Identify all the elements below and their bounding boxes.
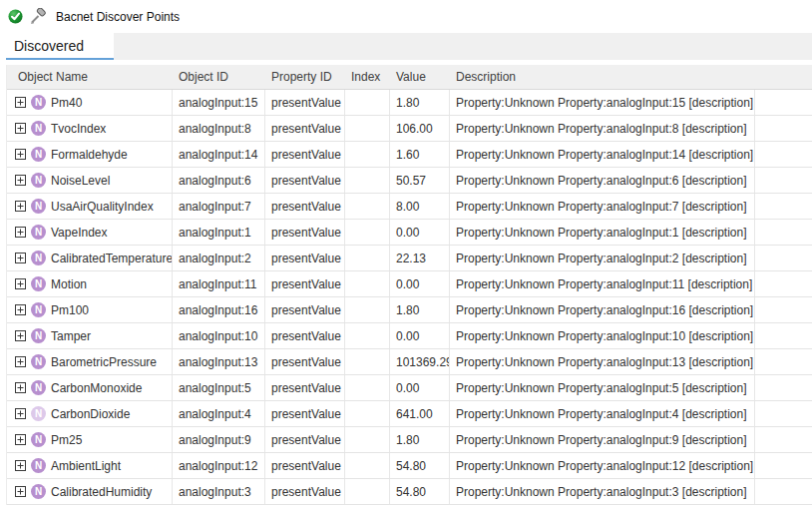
numeric-point-icon: N bbox=[31, 95, 46, 110]
expand-icon[interactable] bbox=[15, 408, 26, 419]
index-cell bbox=[345, 194, 390, 219]
column-header-property-id[interactable]: Property ID bbox=[265, 65, 345, 89]
table-row[interactable]: N BarometricPressure analogInput:13 pres… bbox=[7, 349, 812, 375]
expand-icon[interactable] bbox=[15, 460, 26, 471]
index-cell bbox=[345, 142, 390, 167]
table-row[interactable]: N UsaAirQualityIndex analogInput:7 prese… bbox=[7, 194, 812, 220]
object-id-cell: analogInput:10 bbox=[173, 323, 265, 348]
row-filler bbox=[755, 116, 812, 141]
expand-icon[interactable] bbox=[15, 149, 26, 160]
table-row[interactable]: N CarbonMonoxide analogInput:5 presentVa… bbox=[7, 375, 812, 401]
column-header-object-name[interactable]: Object Name bbox=[7, 65, 173, 89]
table-header-row: Object Name Object ID Property ID Index … bbox=[7, 65, 812, 90]
table-body: N Pm40 analogInput:15 presentValue 1.80 … bbox=[7, 90, 812, 505]
index-cell bbox=[345, 323, 390, 348]
table-row[interactable]: N AmbientLight analogInput:12 presentVal… bbox=[7, 453, 812, 479]
table-row[interactable]: N VapeIndex analogInput:1 presentValue 0… bbox=[7, 220, 812, 246]
column-header-value[interactable]: Value bbox=[390, 65, 450, 89]
object-id-cell: analogInput:5 bbox=[173, 375, 265, 400]
row-filler bbox=[755, 349, 812, 374]
table-row[interactable]: N NoiseLevel analogInput:6 presentValue … bbox=[7, 168, 812, 194]
value-cell: 1.80 bbox=[390, 427, 450, 452]
tab-bar: Discovered bbox=[6, 33, 812, 60]
expand-icon[interactable] bbox=[15, 201, 26, 212]
index-cell bbox=[345, 479, 390, 504]
tab-discovered[interactable]: Discovered bbox=[6, 33, 114, 60]
index-cell bbox=[345, 375, 390, 400]
numeric-point-icon: N bbox=[31, 147, 46, 162]
object-name-cell: N Formaldehyde bbox=[7, 142, 173, 167]
tab-bar-filler bbox=[114, 33, 812, 60]
row-filler bbox=[755, 297, 812, 322]
table-row[interactable]: N Formaldehyde analogInput:14 presentVal… bbox=[7, 142, 812, 168]
property-id-cell: presentValue bbox=[265, 297, 345, 322]
description-cell: Property:Unknown Property:analogInput:5 … bbox=[450, 375, 755, 400]
index-cell bbox=[345, 453, 390, 478]
value-cell: 106.00 bbox=[390, 116, 450, 141]
column-header-object-id[interactable]: Object ID bbox=[173, 65, 265, 89]
object-name-cell: N Pm25 bbox=[7, 427, 173, 452]
description-cell: Property:Unknown Property:analogInput:1 … bbox=[450, 220, 755, 245]
property-id-cell: presentValue bbox=[265, 453, 345, 478]
table-row[interactable]: N Pm25 analogInput:9 presentValue 1.80 P… bbox=[7, 427, 812, 453]
index-cell bbox=[345, 297, 390, 322]
expand-icon[interactable] bbox=[15, 382, 26, 393]
property-id-cell: presentValue bbox=[265, 427, 345, 452]
expand-icon[interactable] bbox=[15, 97, 26, 108]
column-header-index[interactable]: Index bbox=[345, 65, 390, 89]
expand-icon[interactable] bbox=[15, 175, 26, 186]
index-cell bbox=[345, 116, 390, 141]
description-cell: Property:Unknown Property:analogInput:14… bbox=[450, 142, 755, 167]
table-row[interactable]: N Tamper analogInput:10 presentValue 0.0… bbox=[7, 323, 812, 349]
row-filler bbox=[755, 401, 812, 426]
numeric-point-icon: N bbox=[31, 173, 46, 188]
property-id-cell: presentValue bbox=[265, 349, 345, 374]
numeric-point-icon: N bbox=[31, 458, 46, 473]
object-name: Tamper bbox=[51, 329, 91, 343]
row-filler bbox=[755, 246, 812, 270]
table-row[interactable]: N Motion analogInput:11 presentValue 0.0… bbox=[7, 271, 812, 297]
property-id-cell: presentValue bbox=[265, 168, 345, 193]
index-cell bbox=[345, 246, 390, 270]
object-id-cell: analogInput:9 bbox=[173, 427, 265, 452]
property-id-cell: presentValue bbox=[265, 375, 345, 400]
object-name-cell: N Motion bbox=[7, 271, 173, 296]
object-id-cell: analogInput:13 bbox=[173, 349, 265, 374]
object-name: CarbonMonoxide bbox=[51, 381, 142, 395]
numeric-point-icon: N bbox=[31, 354, 46, 369]
object-name: Pm25 bbox=[51, 433, 82, 447]
object-name-cell: N TvocIndex bbox=[7, 116, 173, 141]
object-name: Motion bbox=[51, 277, 87, 291]
property-id-cell: presentValue bbox=[265, 271, 345, 296]
expand-icon[interactable] bbox=[15, 227, 26, 238]
table-row[interactable]: N CarbonDioxide analogInput:4 presentVal… bbox=[7, 401, 812, 427]
object-name: Pm100 bbox=[51, 303, 89, 317]
expand-icon[interactable] bbox=[15, 278, 26, 289]
object-name: BarometricPressure bbox=[51, 355, 157, 369]
object-name-cell: N Pm100 bbox=[7, 297, 173, 322]
description-cell: Property:Unknown Property:analogInput:11… bbox=[450, 271, 755, 296]
expand-icon[interactable] bbox=[15, 356, 26, 367]
value-cell: 0.00 bbox=[390, 323, 450, 348]
numeric-point-icon: N bbox=[31, 380, 46, 395]
object-name-cell: N BarometricPressure bbox=[7, 349, 173, 374]
description-cell: Property:Unknown Property:analogInput:7 … bbox=[450, 194, 755, 219]
table-row[interactable]: N CalibratedHumidity analogInput:3 prese… bbox=[7, 479, 812, 505]
success-check-icon bbox=[8, 9, 23, 24]
row-filler bbox=[755, 479, 812, 504]
object-id-cell: analogInput:2 bbox=[173, 246, 265, 270]
expand-icon[interactable] bbox=[15, 434, 26, 445]
table-row[interactable]: N Pm40 analogInput:15 presentValue 1.80 … bbox=[7, 90, 812, 116]
expand-icon[interactable] bbox=[15, 304, 26, 315]
expand-icon[interactable] bbox=[15, 123, 26, 134]
object-name: AmbientLight bbox=[51, 459, 121, 473]
table-row[interactable]: N Pm100 analogInput:16 presentValue 1.80… bbox=[7, 297, 812, 323]
column-header-description[interactable]: Description bbox=[450, 65, 755, 89]
table-row[interactable]: N CalibratedTemperature analogInput:2 pr… bbox=[7, 246, 812, 271]
expand-icon[interactable] bbox=[15, 486, 26, 497]
expand-icon[interactable] bbox=[15, 253, 26, 263]
table-row[interactable]: N TvocIndex analogInput:8 presentValue 1… bbox=[7, 116, 812, 142]
description-cell: Property:Unknown Property:analogInput:3 … bbox=[450, 479, 755, 504]
expand-icon[interactable] bbox=[15, 330, 26, 341]
index-cell bbox=[345, 349, 390, 374]
